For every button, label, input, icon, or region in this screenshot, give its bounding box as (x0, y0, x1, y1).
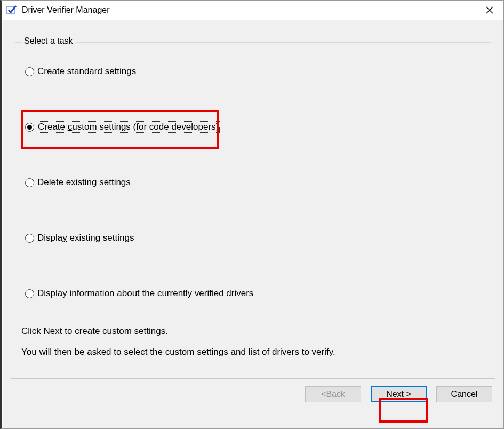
radio-display-info[interactable]: Display information about the currently … (25, 288, 253, 299)
cancel-button[interactable]: Cancel (436, 386, 492, 402)
task-groupbox: Select a task Create standard settings C… (15, 42, 491, 315)
close-button[interactable] (479, 2, 500, 18)
next-button[interactable]: Next > (371, 386, 427, 402)
button-separator (11, 378, 495, 379)
back-button: < Back (305, 386, 361, 402)
radio-icon (25, 123, 34, 132)
radio-label: Delete existing settings (37, 177, 131, 188)
app-icon (6, 4, 18, 16)
radio-icon (25, 234, 34, 243)
radio-label: Create custom settings (for code develop… (37, 122, 219, 132)
titlebar: Driver Verifier Manager (2, 1, 503, 20)
radio-create-custom[interactable]: Create custom settings (for code develop… (25, 122, 219, 132)
radio-display-settings[interactable]: Display existing settings (25, 233, 134, 243)
groupbox-legend: Select a task (21, 36, 76, 46)
radio-icon (25, 289, 34, 298)
description-line-2: You will then be asked to select the cus… (21, 345, 491, 360)
radio-icon (25, 178, 34, 187)
radio-label: Display existing settings (37, 233, 134, 243)
description-line-1: Click Next to create custom settings. (21, 324, 491, 339)
radio-delete-settings[interactable]: Delete existing settings (25, 177, 131, 188)
radio-create-standard[interactable]: Create standard settings (25, 66, 136, 77)
close-icon (486, 6, 493, 14)
client-area: Select a task Create standard settings C… (3, 20, 503, 428)
button-row: < Back Next > Cancel (11, 386, 495, 402)
radio-label: Create standard settings (37, 66, 136, 77)
window-title: Driver Verifier Manager (22, 5, 479, 15)
radio-list: Create standard settings Create custom s… (25, 55, 481, 299)
radio-icon (25, 67, 34, 76)
radio-label: Display information about the currently … (37, 288, 253, 299)
